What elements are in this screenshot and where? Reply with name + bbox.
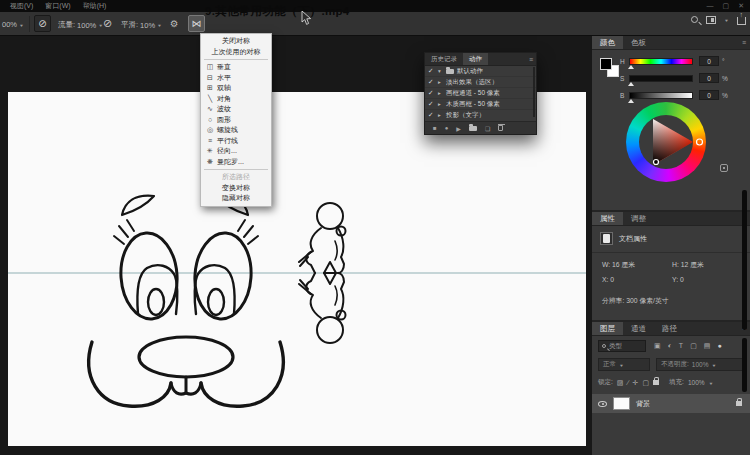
airbrush-button[interactable]: ⊘ <box>103 17 112 30</box>
saturation-slider[interactable] <box>629 75 693 82</box>
expander-icon[interactable]: ▸ <box>438 112 443 118</box>
tab-swatches[interactable]: 色板 <box>623 36 654 49</box>
action-row[interactable]: ✓ ▾ 默认动作 <box>425 66 536 77</box>
background-lock-icon[interactable] <box>736 401 742 406</box>
smoothing-options-button[interactable]: ⚙ <box>170 18 179 29</box>
check-icon[interactable]: ✓ <box>428 111 435 118</box>
filter-smart-object-icon[interactable]: ▤ <box>704 342 711 350</box>
menu-item-diagonal[interactable]: ╲对角 <box>201 94 271 105</box>
action-row[interactable]: ✓ ▸ 投影（文字） <box>425 110 536 118</box>
lock-all-icon[interactable] <box>653 380 659 385</box>
menu-item-spiral[interactable]: ◎螺旋线 <box>201 125 271 136</box>
play-icon[interactable]: ▶ <box>456 125 461 132</box>
blend-mode-select[interactable]: 正常 ▼ <box>598 358 650 371</box>
record-icon[interactable]: ● <box>445 125 449 131</box>
check-icon[interactable]: ✓ <box>428 100 435 108</box>
layer-opacity-control[interactable]: 不透明度: 100% ▼ <box>656 358 744 371</box>
filter-type-icon[interactable]: T <box>679 342 683 350</box>
slider-handle-icon[interactable] <box>628 65 634 69</box>
dock-scrollbar[interactable] <box>742 338 747 392</box>
opacity-control[interactable]: 00% ▼ <box>2 20 24 29</box>
stop-icon[interactable]: ■ <box>433 125 437 131</box>
lock-artboard-icon[interactable]: ▢ <box>642 379 649 387</box>
layer-filter-field[interactable]: 类型 <box>598 340 646 352</box>
brightness-value-field[interactable]: 0 <box>699 90 719 100</box>
menu-item-transform-symmetry[interactable]: 变换对称 <box>201 183 271 194</box>
menu-item-circle[interactable]: ○圆形 <box>201 115 271 126</box>
menu-item-radial[interactable]: ✳径向... <box>201 146 271 157</box>
hue-ring-handle-icon <box>697 139 703 145</box>
brightness-slider[interactable] <box>629 92 693 99</box>
maximize-button[interactable]: ▢ <box>723 0 730 12</box>
menu-view[interactable]: 视图(V) <box>10 1 33 11</box>
action-row[interactable]: ✓ ▸ 淡出效果（选区） <box>425 77 536 88</box>
tab-history[interactable]: 历史记录 <box>425 53 463 65</box>
workspace-switcher-icon[interactable] <box>706 16 716 24</box>
color-wheel-options-icon[interactable] <box>720 164 728 172</box>
color-wheel-triangle[interactable] <box>626 102 706 182</box>
filter-shape-icon[interactable]: ▢ <box>690 342 697 350</box>
expander-icon[interactable]: ▸ <box>438 79 443 85</box>
slider-handle-icon[interactable] <box>628 82 634 86</box>
dock-scrollbar[interactable] <box>742 190 747 330</box>
hue-slider[interactable] <box>629 58 693 65</box>
actions-scrollbar[interactable] <box>533 67 535 117</box>
lock-transparency-icon[interactable]: ▨ <box>617 379 624 387</box>
new-set-folder-icon[interactable] <box>469 126 477 131</box>
smoothing-control[interactable]: 平滑: 10% ▼ <box>121 20 162 30</box>
color-wheel[interactable] <box>626 102 706 182</box>
layer-thumbnail[interactable] <box>613 397 630 410</box>
menu-item-mandala[interactable]: ❋曼陀罗... <box>201 157 271 168</box>
paint-symmetry-button[interactable]: ⋈ <box>188 15 205 32</box>
saturation-value-field[interactable]: 0 <box>699 73 719 83</box>
tab-properties[interactable]: 属性 <box>592 212 623 225</box>
menu-item-last-used-symmetry[interactable]: 上次使用的对称 <box>201 47 271 58</box>
foreground-color-swatch[interactable] <box>600 58 612 70</box>
menu-item-dual-axis[interactable]: ⊞双轴 <box>201 83 271 94</box>
brush-pressure-button[interactable]: ⊘ <box>34 15 51 32</box>
delete-icon[interactable] <box>498 125 503 131</box>
document-canvas[interactable] <box>8 92 586 446</box>
share-icon[interactable] <box>737 17 746 25</box>
minimize-button[interactable]: — <box>707 0 714 12</box>
check-icon[interactable]: ✓ <box>428 67 435 75</box>
hue-value-field[interactable]: 0 <box>699 56 719 66</box>
expander-icon[interactable]: ▸ <box>438 101 443 107</box>
tab-actions[interactable]: 动作 <box>463 53 488 65</box>
layer-row-background[interactable]: 背景 <box>592 394 750 413</box>
menu-item-parallel-lines[interactable]: ≡平行线 <box>201 136 271 147</box>
lock-position-icon[interactable]: ✛ <box>633 379 639 387</box>
filter-adjustment-icon[interactable]: ◐ <box>668 342 672 350</box>
fill-value[interactable]: 100% <box>688 379 705 386</box>
tab-layers[interactable]: 图层 <box>592 322 623 335</box>
action-row[interactable]: ✓ ▸ 木质画框 - 50 像素 <box>425 99 536 110</box>
tab-paths[interactable]: 路径 <box>654 322 685 335</box>
panel-menu-icon[interactable]: ≡ <box>529 53 536 65</box>
menu-item-symmetry-off[interactable]: 关闭对称 <box>201 36 271 47</box>
panel-menu-icon[interactable]: ≡ <box>742 36 750 49</box>
expander-icon[interactable]: ▾ <box>438 68 443 74</box>
lock-paint-icon[interactable]: ∕ <box>627 379 628 386</box>
expander-icon[interactable]: ▸ <box>438 90 443 96</box>
tab-channels[interactable]: 通道 <box>623 322 654 335</box>
check-icon[interactable]: ✓ <box>428 78 435 86</box>
visibility-eye-icon[interactable] <box>598 401 607 407</box>
filter-toggle-icon[interactable]: ● <box>717 342 721 350</box>
action-row[interactable]: ✓ ▸ 画框通道 - 50 像素 <box>425 88 536 99</box>
chevron-down-icon[interactable]: ▼ <box>724 17 729 22</box>
tab-adjustments[interactable]: 调整 <box>623 212 654 225</box>
folder-icon <box>446 69 454 74</box>
menu-item-hide-symmetry[interactable]: 隐藏对称 <box>201 193 271 204</box>
flow-control[interactable]: 流量: 100% ▼ <box>58 20 103 30</box>
search-icon[interactable] <box>691 16 698 23</box>
menu-window[interactable]: 窗口(W) <box>45 1 70 11</box>
new-action-icon[interactable]: ❏ <box>485 125 490 132</box>
menu-item-horizontal[interactable]: ⊟水平 <box>201 73 271 84</box>
filter-pixel-icon[interactable]: ▣ <box>654 342 661 350</box>
check-icon[interactable]: ✓ <box>428 89 435 97</box>
menu-item-vertical[interactable]: ◫垂直 <box>201 62 271 73</box>
tab-color[interactable]: 颜色 <box>592 36 623 49</box>
lock-controls: 锁定: ▨ ∕ ✛ ▢ 填充: 100% ▼ <box>598 378 714 387</box>
menu-item-wavy[interactable]: ∿波纹 <box>201 104 271 115</box>
menu-help[interactable]: 帮助(H) <box>83 1 107 11</box>
